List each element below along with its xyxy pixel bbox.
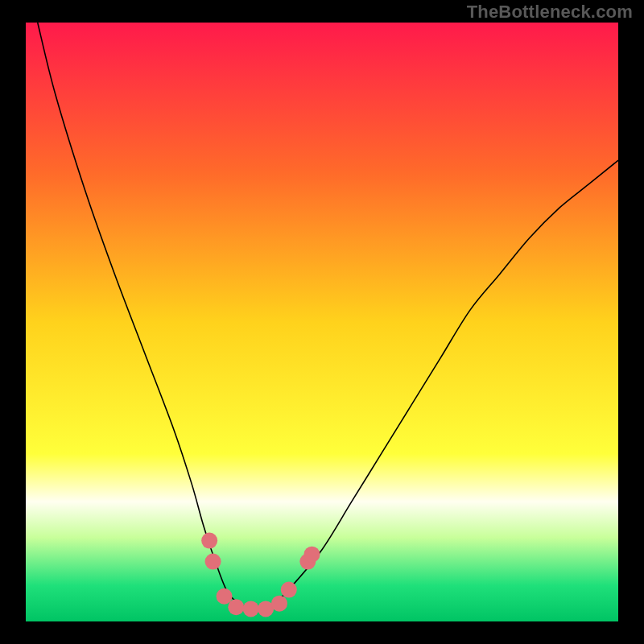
- highlight-dot: [303, 547, 320, 563]
- chart-plot-area: [26, 23, 618, 621]
- highlight-dot: [205, 554, 221, 570]
- highlight-dot: [201, 533, 217, 549]
- highlight-dot: [281, 582, 297, 598]
- highlight-dot: [271, 596, 287, 612]
- highlight-dot: [228, 599, 244, 615]
- watermark-text: TheBottleneck.com: [467, 2, 633, 23]
- chart-frame: TheBottleneck.com: [0, 0, 644, 644]
- gradient-background: [26, 23, 618, 621]
- highlight-dot: [217, 588, 233, 605]
- highlight-dot: [243, 601, 259, 617]
- chart-svg: [26, 23, 618, 621]
